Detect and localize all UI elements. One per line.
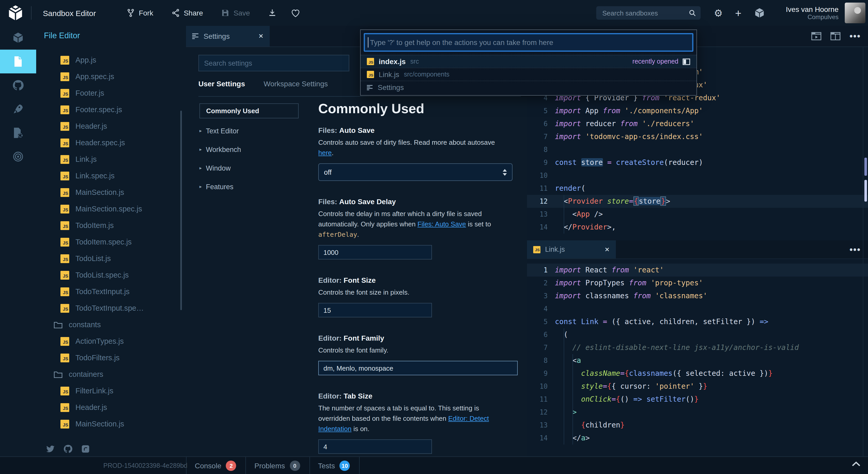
user-info[interactable]: Ives van Hoorne Compulves <box>786 5 839 21</box>
file-row[interactable]: JSHeader.spec.js <box>36 135 186 151</box>
close-icon[interactable]: ✕ <box>604 246 610 253</box>
file-row[interactable]: JSApp.js <box>36 52 186 68</box>
code-line[interactable]: 14 </Provider>, <box>527 221 868 234</box>
setting-link[interactable]: Editor: Detect <box>448 415 489 422</box>
download-button[interactable] <box>268 8 277 18</box>
code-line[interactable]: 10 <box>527 169 868 182</box>
setting-input[interactable] <box>318 245 432 260</box>
file-row[interactable]: JSLink.spec.js <box>36 168 186 184</box>
codesandbox-logo-icon[interactable] <box>7 5 24 21</box>
statusbar-tab-tests[interactable]: Tests10 <box>309 457 360 474</box>
spectrum-chat-icon[interactable] <box>81 444 90 454</box>
sandbox-search-input[interactable] <box>601 8 688 17</box>
file-row[interactable]: JSHeader.js <box>36 399 186 416</box>
file-row[interactable]: JSFooter.js <box>36 85 186 101</box>
category-features[interactable]: ▸Features <box>199 180 308 193</box>
palette-item-link-js[interactable]: JSLink.jssrc/components <box>361 68 696 81</box>
palette-item-index-js[interactable]: JSindex.jssrcrecently opened <box>361 55 696 68</box>
category-window[interactable]: ▸Window <box>199 162 308 174</box>
file-row[interactable]: JSTodoItem.js <box>36 217 186 234</box>
favorite-heart-button[interactable] <box>290 8 301 18</box>
code-line[interactable]: 7import 'todomvc-app-css/index.css' <box>527 130 868 143</box>
code-line[interactable]: 11render( <box>527 182 868 195</box>
tab-settings[interactable]: Settings ✕ <box>186 26 270 47</box>
open-preview-icon[interactable] <box>811 32 822 40</box>
code-line[interactable]: 5const Link = ({ active, children, setFi… <box>527 315 868 328</box>
statusbar-tab-console[interactable]: Console2 <box>186 457 246 474</box>
editor-scrollbar-thumb[interactable] <box>864 158 867 176</box>
file-row[interactable]: JSTodoTextInput.js <box>36 283 186 300</box>
share-button[interactable]: Share <box>171 8 203 18</box>
code-line[interactable]: 1import React from 'react' <box>527 264 868 276</box>
rail-item-live-broadcast[interactable] <box>0 145 36 169</box>
code-line[interactable]: 11 onClick={() => setFilter()} <box>527 393 868 406</box>
split-columns-icon[interactable] <box>683 58 690 65</box>
github-icon[interactable] <box>63 444 73 454</box>
code-line[interactable]: 5import App from './components/App' <box>527 105 868 117</box>
tab-user-settings[interactable]: User Settings <box>198 80 245 88</box>
gear-icon[interactable]: ⚙ <box>714 7 722 19</box>
explorer-scrollbar[interactable] <box>180 111 182 310</box>
rail-item-dependencies-file-gear[interactable] <box>0 121 36 145</box>
setting-input[interactable] <box>318 303 432 317</box>
statusbar-tab-problems[interactable]: Problems0 <box>246 457 309 474</box>
code-line[interactable]: 12 > <box>527 406 868 419</box>
more-options-icon[interactable]: ••• <box>849 247 861 252</box>
fork-button[interactable]: Fork <box>126 8 153 18</box>
file-row[interactable]: JSTodoItem.spec.js <box>36 234 186 250</box>
file-row[interactable]: JSFilterLink.js <box>36 383 186 399</box>
setting-link[interactable]: here <box>318 149 332 157</box>
code-line[interactable]: 8 <box>527 143 868 156</box>
file-row[interactable]: JSApp.spec.js <box>36 68 186 85</box>
rail-item-deployment-rocket[interactable] <box>0 97 36 121</box>
setting-input[interactable] <box>318 439 432 454</box>
split-view-icon[interactable] <box>830 32 841 40</box>
file-row[interactable]: JSHeader.js <box>36 118 186 135</box>
folder-row[interactable]: constants <box>36 316 186 333</box>
avatar[interactable] <box>845 3 865 23</box>
folder-row[interactable]: containers <box>36 366 186 383</box>
code-line[interactable]: 12 <Provider store={store}> <box>527 195 868 208</box>
code-line[interactable]: 2import PropTypes from 'prop-types' <box>527 276 868 290</box>
category-workbench[interactable]: ▸Workbench <box>199 143 308 156</box>
tab-link-js[interactable]: JS Link.js ✕ <box>527 240 616 259</box>
setting-input[interactable] <box>318 361 518 375</box>
save-button[interactable]: Save <box>221 8 250 18</box>
file-row[interactable]: JSLink.js <box>36 151 186 168</box>
file-row[interactable]: JSTodoFilters.js <box>36 349 186 366</box>
setting-link[interactable]: Files: Auto Save <box>417 220 466 228</box>
twitter-icon[interactable] <box>45 444 55 454</box>
editor-link-js[interactable]: 1import React from 'react'2import PropTy… <box>527 259 868 457</box>
code-line[interactable]: 3import classnames from 'classnames' <box>527 290 868 302</box>
code-line[interactable]: 9 className={classnames({ selected: acti… <box>527 367 868 380</box>
close-icon[interactable]: ✕ <box>258 33 264 40</box>
palette-item-settings[interactable]: Settings <box>361 81 696 94</box>
code-line[interactable]: 7 // eslint-disable-next-line jsx-a11y/a… <box>527 341 868 354</box>
code-line[interactable]: 6import reducer from './reducers' <box>527 117 868 130</box>
file-row[interactable]: JSTodoList.spec.js <box>36 267 186 283</box>
setting-select[interactable]: off <box>318 164 513 181</box>
code-line[interactable]: 13 <App /> <box>527 208 868 221</box>
category-text-editor[interactable]: ▸Text Editor <box>199 125 308 137</box>
category-commonly-used[interactable]: Commonly Used <box>199 103 299 118</box>
file-row[interactable]: JSTodoList.js <box>36 250 186 267</box>
sandbox-search-box[interactable] <box>596 6 700 20</box>
command-palette-input[interactable] <box>364 33 693 52</box>
code-line[interactable]: 14 </a> <box>527 432 868 445</box>
code-line[interactable]: 13 {children} <box>527 419 868 432</box>
rail-item-file-editor[interactable] <box>0 50 36 73</box>
code-line[interactable]: 4 <box>527 302 868 315</box>
file-row[interactable]: JSMainSection.js <box>36 184 186 201</box>
settings-search-box[interactable] <box>198 55 349 71</box>
editor-scrollbar-marker[interactable] <box>864 180 867 202</box>
file-row[interactable]: JSFooter.spec.js <box>36 101 186 118</box>
code-line[interactable]: 9const store = createStore(reducer) <box>527 156 868 169</box>
settings-search-input[interactable] <box>199 59 349 67</box>
code-line[interactable]: 6 ( <box>527 328 868 341</box>
file-row[interactable]: JSMainSection.js <box>36 416 186 432</box>
file-row[interactable]: JSTodoTextInput.spe… <box>36 300 186 316</box>
rail-item-sandbox-cube[interactable] <box>0 26 36 50</box>
file-row[interactable]: JSMainSection.spec.js <box>36 201 186 217</box>
file-row[interactable]: JSActionTypes.js <box>36 333 186 349</box>
sandbox-cube-icon[interactable] <box>754 7 765 19</box>
